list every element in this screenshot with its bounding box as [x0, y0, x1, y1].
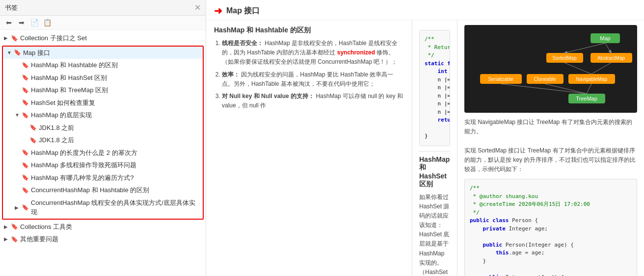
code-block-tableSizeFor: /** * Returns a power of two size for th…: [419, 30, 450, 146]
sidebar-item-label: JDK1.8 之前: [39, 123, 74, 133]
list-item-1: 线程是否安全： HashMap 是非线程安全的，HashTable 是线程安全的…: [222, 39, 404, 67]
sidebar-item-map-interface[interactable]: ▼ 🔖 Map 接口: [3, 47, 203, 59]
item2-label: 效率：: [222, 71, 240, 78]
sidebar-item-hashmap-treemap[interactable]: 🔖 HashMap 和 TreeMap 区别: [3, 84, 203, 97]
hashset-paragraph: 如果你看过 HashSet 源码的话就应该知道：HashSet 底层就是基于 H…: [419, 193, 450, 276]
svg-line-18: [587, 84, 591, 94]
content-right-panel: Map SortedMap AbstractMap Serializable C…: [457, 20, 644, 276]
sidebar-item-label: JDK1.8 之后: [39, 135, 74, 145]
back-icon[interactable]: ⬅: [4, 18, 14, 27]
sidebar-item-hashmap-power2[interactable]: 🔖 HashMap 的长度为什么是 2 的幂次方: [3, 147, 203, 159]
arrow-icon: ➜: [214, 5, 222, 17]
item3-label: 对 Null key 和 Null value 的支持：: [222, 93, 314, 100]
content-left-panel: HashMap 和 Hashtable 的区别 线程是否安全： HashMap …: [206, 20, 412, 276]
desc1-paragraph: 实现 NavigableMap 接口让 TreeMap 有了对集合内元素的搜索的…: [464, 118, 637, 136]
left-section-title: HashMap 和 Hashtable 的区别: [214, 26, 404, 35]
desc2-paragraph: 实现 SortedMap 接口让 TreeMap 有了对集合中的元素根据键排序的…: [464, 146, 637, 175]
toggle-collapsed3-icon: ▶: [4, 235, 10, 243]
right-desc1: 实现 NavigableMap 接口让 TreeMap 有了对集合内元素的搜索的…: [464, 118, 637, 174]
leaf-icon3: 🔖: [22, 86, 29, 95]
toggle-collapsed2-icon: ▶: [4, 223, 10, 230]
list-item-3: 对 Null key 和 Null value 的支持： HashMap 可以存…: [222, 92, 404, 110]
list-item-2: 效率： 因为线程安全的问题，HashMap 要比 HashTable 效率高一点…: [222, 70, 404, 89]
svg-line-17: [545, 84, 587, 94]
sidebar-item-hashmap-impl[interactable]: ▼ 🔖 HashMap 的底层实现: [3, 109, 203, 122]
leaf-icon9: 🔖: [22, 161, 29, 170]
sidebar-item-label: HashMap 多线程操作导致死循环问题: [31, 160, 136, 170]
leaf-icon10: 🔖: [22, 173, 29, 182]
sidebar-item-label: Map 接口: [23, 48, 50, 58]
svg-text:Cloneable: Cloneable: [534, 76, 556, 82]
sidebar-item-collections-tools[interactable]: ▶ 🔖 Collections 工具类: [0, 221, 206, 233]
sidebar-item-label: ConcurrentHashMap 和 Hashtable 的区别: [31, 185, 149, 195]
leaf-icon7: 🔖: [29, 136, 37, 145]
svg-text:SortedMap: SortedMap: [553, 55, 577, 61]
svg-line-16: [501, 84, 587, 94]
sidebar-item-hashmap-deadloop[interactable]: 🔖 HashMap 多线程操作导致死循环问题: [3, 159, 203, 172]
sidebar-tree: ▶ 🔖 Collection 子接口之 Set ▼ 🔖 Map 接口 🔖 Has…: [0, 30, 206, 276]
uml-svg: Map SortedMap AbstractMap Serializable C…: [470, 31, 637, 107]
main-body: HashMap 和 Hashtable 的区别 线程是否安全： HashMap …: [206, 20, 644, 276]
sidebar-item-hashmap-hashset[interactable]: 🔖 HashMap 和 HashSet 区别: [3, 72, 203, 84]
sidebar-item-hashset-duplicate[interactable]: 🔖 HashSet 如何检查重复: [3, 97, 203, 109]
sidebar-item-label: HashSet 如何检查重复: [31, 98, 95, 108]
sidebar-toolbar: ⬅ ➡ 📄 📋: [0, 16, 206, 30]
bookmark-leaf-icon2: 🔖: [14, 48, 21, 57]
sidebar-item-label: HashMap 和 Hashtable 的区别: [31, 60, 118, 70]
svg-text:Map: Map: [600, 35, 610, 41]
content-middle-panel: /** * Returns a power of two size for th…: [412, 20, 457, 276]
leaf-icon13: 🔖: [11, 222, 18, 231]
hashset-section-title: HashMap 和 HashSet 区别: [419, 155, 450, 189]
sidebar-item-label: HashMap 和 TreeMap 区别: [31, 85, 108, 95]
leaf-icon11: 🔖: [22, 186, 29, 195]
item2-text: 因为线程安全的问题，HashMap 要比 HashTable 效率高一点。另外，…: [222, 71, 393, 87]
item1-label: 线程是否安全：: [222, 40, 263, 47]
leaf-icon12: 🔖: [22, 203, 29, 212]
leaf-icon8: 🔖: [22, 148, 29, 157]
sidebar-item-label: HashMap 和 HashSet 区别: [31, 73, 107, 83]
svg-line-14: [564, 43, 605, 53]
sidebar-item-label: Collections 工具类: [20, 222, 72, 232]
page-title: Map 接口: [226, 6, 260, 16]
leaf-icon14: 🔖: [11, 235, 18, 244]
svg-text:TreeMap: TreeMap: [576, 96, 597, 101]
forward-icon[interactable]: ➡: [17, 18, 27, 27]
sidebar-item-other-issues[interactable]: ▶ 🔖 其他重要问题: [0, 233, 206, 246]
item1-keyword: synchronized: [337, 49, 375, 56]
toggle-expanded-icon: ▼: [7, 49, 13, 56]
toggle-icon: ▶: [4, 34, 10, 42]
code-block-person: /** * @author shuang.kou * @createTime 2…: [464, 179, 637, 276]
hashset-intro-text: 如果你看过 HashSet 源码的话就应该知道：HashSet 底层就是基于 H…: [419, 193, 450, 276]
sidebar-item-collection-set[interactable]: ▶ 🔖 Collection 子接口之 Set: [0, 32, 206, 45]
map-interface-group: ▼ 🔖 Map 接口 🔖 HashMap 和 Hashtable 的区别 🔖 H…: [2, 46, 204, 220]
leaf-icon2: 🔖: [22, 73, 29, 82]
sidebar-item-label: ConcurrentHashMap 线程安全的具体实现方式/底层具体实现: [31, 198, 199, 217]
leaf-icon6: 🔖: [29, 123, 37, 132]
svg-text:NavigableMap: NavigableMap: [576, 76, 607, 82]
sidebar-item-jdk18-after[interactable]: 🔖 JDK1.8 之后: [3, 134, 203, 147]
left-section-content: 线程是否安全： HashMap 是非线程安全的，HashTable 是线程安全的…: [214, 39, 404, 110]
sidebar-header: 书签 ✕: [0, 0, 206, 16]
bookmark-icon[interactable]: 📄: [29, 18, 39, 27]
leaf-icon: 🔖: [22, 61, 29, 70]
svg-text:AbstractMap: AbstractMap: [597, 55, 625, 61]
svg-line-15: [605, 43, 611, 53]
sidebar-item-label: Collection 子接口之 Set: [20, 33, 87, 43]
svg-line-20: [591, 63, 611, 74]
sidebar-item-hashmap-hashtable[interactable]: 🔖 HashMap 和 Hashtable 的区别: [3, 59, 203, 72]
sidebar-item-concurrent-impl[interactable]: ▶ 🔖 ConcurrentHashMap 线程安全的具体实现方式/底层具体实现: [3, 197, 203, 219]
sidebar-item-concurrent-hashtable[interactable]: 🔖 ConcurrentHashMap 和 Hashtable 的区别: [3, 184, 203, 197]
sidebar-item-label: HashMap 的长度为什么是 2 的幂次方: [31, 148, 137, 158]
sidebar-item-label: HashMap 有哪几种常见的遍历方式?: [31, 173, 134, 183]
svg-text:Serializable: Serializable: [488, 76, 513, 82]
bookmark2-icon[interactable]: 📋: [42, 18, 52, 27]
uml-diagram: Map SortedMap AbstractMap Serializable C…: [464, 25, 637, 113]
sidebar-item-jdk18-before[interactable]: 🔖 JDK1.8 之前: [3, 122, 203, 134]
svg-line-19: [564, 63, 591, 74]
sidebar: 书签 ✕ ⬅ ➡ 📄 📋 ▶ 🔖 Collection 子接口之 Set ▼ 🔖…: [0, 0, 206, 276]
sidebar-item-label: HashMap 的底层实现: [31, 110, 92, 120]
main-content-area: ➜ Map 接口 HashMap 和 Hashtable 的区别 线程是否安全：…: [206, 0, 644, 276]
sidebar-item-hashmap-iterate[interactable]: 🔖 HashMap 有哪几种常见的遍历方式?: [3, 172, 203, 184]
sidebar-title: 书签: [5, 3, 18, 12]
close-icon[interactable]: ✕: [194, 3, 201, 12]
